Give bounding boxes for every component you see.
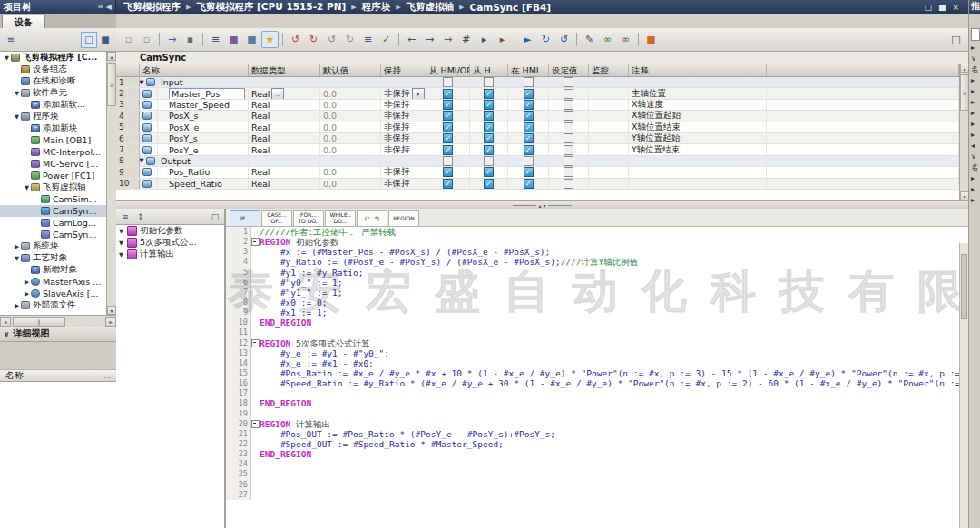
sidebar-item-camsyn-[interactable]: CamSyn... bbox=[0, 229, 107, 240]
expand-arrow-icon[interactable]: ▼ bbox=[119, 240, 127, 247]
checkbox-unchecked-icon[interactable] bbox=[524, 156, 534, 166]
name-cell[interactable]: PosX_s bbox=[158, 111, 249, 121]
comment-cell[interactable] bbox=[629, 156, 767, 166]
default-value-cell[interactable]: 0.0 bbox=[320, 88, 381, 98]
editor-vertical-scrollbar[interactable] bbox=[959, 243, 968, 528]
breadcrumb-item[interactable]: 飞剪模拟程序 bbox=[123, 1, 181, 14]
datatype-picker-icon[interactable]: … bbox=[271, 88, 284, 98]
code-line[interactable]: 19 bbox=[226, 409, 968, 419]
default-value-cell[interactable] bbox=[320, 156, 381, 166]
collapse-arrow-icon[interactable]: ▶ bbox=[23, 290, 31, 298]
retain-cell[interactable]: 非保持 bbox=[381, 111, 426, 121]
scroll-thumb[interactable] bbox=[961, 254, 967, 319]
sort-structure-icon[interactable]: ↕ bbox=[134, 210, 147, 223]
favorites-icon[interactable]: ★ bbox=[261, 31, 279, 48]
snippet-tab[interactable]: WHILE.. DO... bbox=[325, 210, 356, 226]
restore-window-icon[interactable]: □ bbox=[924, 3, 932, 12]
sidebar-item--[interactable]: +添加新软... bbox=[0, 99, 107, 111]
sidebar-item--[interactable]: ▼程序块 bbox=[0, 111, 107, 122]
checkbox-unchecked-icon[interactable] bbox=[564, 179, 573, 189]
checkbox-unchecked-icon[interactable] bbox=[564, 111, 573, 121]
indent-right-icon[interactable]: → bbox=[421, 31, 438, 48]
scroll-thumb[interactable]: ‖ bbox=[13, 317, 65, 327]
snippet-tab[interactable]: FOR... TO DO.. bbox=[293, 210, 324, 226]
default-value-cell[interactable]: 0.0 bbox=[320, 122, 381, 132]
retain-cell[interactable]: 非保持▾ bbox=[381, 88, 426, 98]
table-row[interactable]: 2Master_PosReal…0.0非保持▾✓✓✓主轴位置 bbox=[116, 88, 959, 99]
breadcrumb-item[interactable]: CamSync [FB4] bbox=[469, 2, 551, 13]
section-expand-icon[interactable]: ▼ bbox=[140, 157, 144, 164]
table-row[interactable]: 9Pos_RatioReal0.0非保持✓✓✓ bbox=[116, 167, 959, 178]
code-line[interactable]: 24 bbox=[226, 459, 968, 469]
default-value-cell[interactable]: 0.0 bbox=[320, 144, 381, 154]
checkbox-checked-icon[interactable]: ✓ bbox=[524, 133, 534, 143]
sidebar-item--[interactable]: ▼飞剪虚拟轴 bbox=[0, 181, 107, 193]
detach-editor-icon[interactable]: □ bbox=[947, 31, 965, 48]
outdent-left-icon[interactable]: → bbox=[439, 31, 456, 48]
default-value-cell[interactable] bbox=[320, 77, 381, 87]
checkbox-unchecked-icon[interactable] bbox=[564, 100, 573, 110]
scroll-up-icon[interactable]: ▴ bbox=[107, 52, 116, 61]
sidebar-item-main-ob1-[interactable]: Main [OB1] bbox=[0, 134, 107, 146]
edit-tags-icon[interactable]: ■ bbox=[225, 31, 242, 48]
scroll-left-icon[interactable]: ◂ bbox=[0, 317, 11, 327]
structure-view-icon[interactable]: ≡ bbox=[119, 210, 132, 223]
code-line[interactable]: 16 #Speed_Ratio := #y_Ratio * (#x_e / #y… bbox=[226, 378, 968, 388]
outline-item[interactable]: ▼计算输出 bbox=[116, 249, 224, 260]
comment-cell[interactable] bbox=[629, 179, 767, 189]
sidebar-item--[interactable]: +添加新块 bbox=[0, 122, 107, 134]
expand-arrow-icon[interactable]: ▼ bbox=[3, 54, 11, 62]
checkbox-checked-icon[interactable]: ✓ bbox=[484, 167, 494, 177]
code-line[interactable]: 12REGION 5次多项式公式计算 bbox=[226, 338, 968, 348]
table-row[interactable]: 8▼Output bbox=[116, 156, 959, 167]
code-line[interactable]: 27 bbox=[226, 490, 968, 500]
checkbox-unchecked-icon[interactable] bbox=[564, 122, 573, 132]
code-line[interactable]: 26 bbox=[226, 480, 968, 490]
name-cell[interactable]: Pos_Ratio bbox=[158, 167, 249, 177]
default-value-cell[interactable]: 0.0 bbox=[320, 167, 381, 177]
table-vertical-scrollbar[interactable]: ▴ ≡ ▾ bbox=[959, 64, 968, 200]
comment-cell[interactable]: X轴位置结束 bbox=[629, 122, 767, 132]
checkbox-checked-icon[interactable]: ✓ bbox=[484, 122, 494, 132]
datatype-cell[interactable] bbox=[249, 77, 320, 87]
retain-cell[interactable]: 非保持 bbox=[381, 179, 426, 189]
fold-collapse-icon[interactable] bbox=[251, 420, 260, 428]
name-cell[interactable]: Input bbox=[158, 77, 249, 87]
code-line[interactable]: 2REGION 初始化参数 bbox=[226, 237, 968, 247]
jump-target-icon[interactable]: ▸ bbox=[494, 31, 511, 48]
table-row[interactable]: 3Master_SpeedReal0.0非保持✓✓✓X轴速度 bbox=[116, 100, 959, 111]
checkbox-unchecked-icon[interactable] bbox=[484, 156, 494, 166]
checkbox-checked-icon[interactable]: ✓ bbox=[524, 100, 534, 110]
absolute-operands-icon[interactable]: # bbox=[457, 31, 475, 48]
checkbox-unchecked-icon[interactable] bbox=[524, 77, 534, 87]
snippet-tab[interactable]: REGION bbox=[388, 210, 419, 226]
expand-arrow-icon[interactable]: ▼ bbox=[119, 251, 127, 259]
scroll-thumb[interactable]: ≡ bbox=[107, 63, 116, 106]
checkbox-unchecked-icon[interactable] bbox=[484, 77, 494, 87]
code-line[interactable]: 22 #Speed_OUT := #Speed_Ratio * #Master_… bbox=[226, 439, 968, 449]
previous-point-icon[interactable]: ↺ bbox=[555, 31, 573, 48]
insert-region-icon[interactable]: ► bbox=[519, 31, 536, 48]
name-cell[interactable]: PosY_s bbox=[158, 133, 249, 143]
datatype-cell[interactable] bbox=[249, 156, 320, 166]
monitor-add-icon[interactable]: ∞ bbox=[617, 31, 634, 48]
retain-cell[interactable]: 非保持 bbox=[381, 133, 426, 143]
scroll-down-icon[interactable]: ▾ bbox=[107, 306, 116, 315]
checkbox-checked-icon[interactable]: ✓ bbox=[443, 89, 453, 99]
code-line[interactable]: 18END_REGION bbox=[226, 398, 968, 408]
checkbox-checked-icon[interactable]: ✓ bbox=[443, 111, 453, 121]
datatype-cell[interactable]: Real bbox=[249, 179, 320, 189]
scroll-down-icon[interactable]: ▾ bbox=[960, 191, 968, 200]
default-value-cell[interactable]: 0.0 bbox=[320, 133, 381, 143]
breadcrumb-item[interactable]: 飞剪虚拟轴 bbox=[407, 1, 455, 14]
code-line[interactable]: 13 #y_e := #y1 - #"y0_"; bbox=[226, 348, 968, 358]
code-line[interactable]: 1//////作者:工控佬牛， 严禁转载 bbox=[226, 227, 968, 237]
collapse-arrow-icon[interactable]: ▶ bbox=[13, 302, 21, 309]
expand-arrow-icon[interactable]: ▼ bbox=[13, 90, 21, 97]
datatype-cell[interactable]: Real bbox=[249, 133, 320, 143]
rename-icon[interactable]: ✎ bbox=[581, 31, 598, 48]
expand-arrow-icon[interactable]: ▼ bbox=[13, 255, 21, 262]
code-line[interactable]: 17 bbox=[226, 388, 968, 398]
more-icon[interactable]: ... bbox=[103, 372, 111, 380]
datatype-cell[interactable]: Real bbox=[249, 144, 320, 154]
